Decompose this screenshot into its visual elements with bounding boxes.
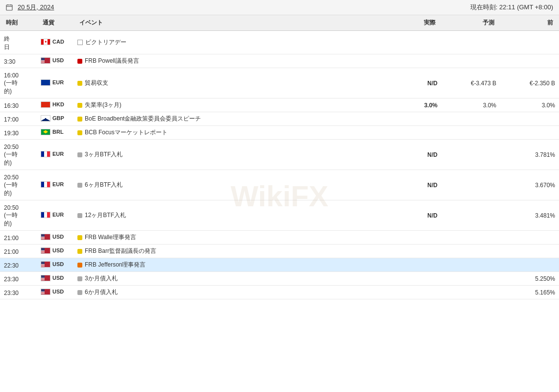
cell-time: 22:30	[0, 258, 37, 272]
flag-fr	[41, 212, 50, 218]
cell-currency: HKD	[37, 98, 73, 112]
importance-dot	[77, 276, 82, 281]
cell-event: FRB Powell議長発言	[73, 54, 383, 68]
cell-actual: N/D	[383, 140, 441, 170]
table-row: 20:50 (一時 的)EUR3ヶ月BTF入札N/D3.781%	[0, 140, 559, 170]
cell-currency: USD	[37, 272, 73, 286]
cell-actual	[383, 245, 441, 258]
cell-time: 17:00	[0, 112, 37, 126]
cell-actual: N/D	[383, 68, 441, 98]
cell-actual: N/D	[383, 170, 441, 200]
event-name: FRB Barr監督副議長の発言	[85, 247, 156, 254]
cell-prev	[500, 245, 559, 258]
currency-text: EUR	[52, 151, 64, 157]
table-row: 21:00USDFRB Barr監督副議長の発言	[0, 245, 559, 258]
importance-dot	[77, 81, 82, 86]
importance-dot	[77, 183, 82, 188]
svg-rect-0	[6, 5, 12, 10]
table-row: 19:30BRLBCB Focusマーケットレポート	[0, 126, 559, 140]
currency-text: HKD	[52, 101, 64, 107]
cell-prev: 3.781%	[500, 140, 559, 170]
cell-forecast	[441, 31, 500, 54]
cell-event: 貿易収支	[73, 68, 383, 98]
event-name: 6ヶ月BTF入札	[85, 181, 122, 188]
flag-us	[41, 261, 50, 268]
currency-text: USD	[52, 289, 64, 294]
cell-actual	[383, 126, 441, 140]
table-row: 16:30HKD失業率(3ヶ月)3.0%3.0%3.0%	[0, 98, 559, 112]
event-name: 貿易収支	[85, 79, 108, 86]
cell-event: BoE Broadbent金融政策委員会委員スピーチ	[73, 112, 383, 126]
cell-prev	[500, 258, 559, 272]
flag-us	[41, 275, 50, 281]
importance-checkbox[interactable]	[77, 40, 83, 45]
importance-dot	[77, 152, 82, 157]
cell-forecast	[441, 170, 500, 200]
cell-time: 23:30	[0, 272, 37, 286]
cell-currency: BRL	[37, 126, 73, 140]
flag-us	[41, 234, 50, 240]
flag-fr	[41, 181, 50, 188]
importance-dot	[77, 59, 82, 64]
event-name: 6か月債入札	[85, 289, 118, 295]
cell-forecast	[441, 231, 500, 245]
cell-prev: 5.250%	[500, 272, 559, 286]
flag-ca: ✦	[41, 39, 50, 45]
cell-event: BCB Focusマーケットレポート	[73, 126, 383, 140]
cell-prev	[500, 231, 559, 245]
importance-dot	[77, 235, 82, 240]
currency-text: GBP	[52, 115, 64, 121]
cell-forecast	[441, 200, 500, 231]
cell-actual	[383, 286, 441, 299]
cell-currency: USD	[37, 258, 73, 272]
cell-event: 3ヶ月BTF入札	[73, 140, 383, 170]
cell-time: 3:30	[0, 54, 37, 68]
table-row: 22:30USDFRB Jefferson理事発言	[0, 258, 559, 272]
table-row: 23:30USD6か月債入札5.165%	[0, 286, 559, 299]
importance-dot	[77, 117, 82, 122]
header-bar: 20 5月, 2024 現在時刻: 22:11 (GMT +8:00)	[0, 0, 559, 15]
currency-text: EUR	[52, 212, 64, 218]
cell-forecast	[441, 272, 500, 286]
cell-time: 20:50 (一時 的)	[0, 200, 37, 231]
cell-event: ビクトリアデー	[73, 31, 383, 54]
flag-us	[41, 57, 50, 64]
cell-time: 16:30	[0, 98, 37, 112]
importance-dot	[77, 263, 82, 268]
flag-hk	[41, 101, 50, 108]
cell-currency: GBP	[37, 112, 73, 126]
currency-text: BRL	[52, 129, 64, 135]
table-row: 20:50 (一時 的)EUR6ヶ月BTF入札N/D3.670%	[0, 170, 559, 200]
cell-actual: N/D	[383, 200, 441, 231]
cell-currency: USD	[37, 245, 73, 258]
cell-time: 21:00	[0, 231, 37, 245]
flag-fr	[41, 151, 50, 157]
cell-event: FRB Walle理事発言	[73, 231, 383, 245]
importance-dot	[77, 249, 82, 254]
event-name: 3か月債入札	[85, 275, 118, 282]
col-event: イベント	[77, 18, 379, 28]
cell-actual	[383, 258, 441, 272]
cell-actual	[383, 231, 441, 245]
flag-us	[41, 247, 50, 254]
importance-dot	[77, 290, 82, 295]
event-name: FRB Walle理事発言	[85, 234, 136, 241]
cell-prev: 3.0%	[500, 98, 559, 112]
cell-prev	[500, 54, 559, 68]
cell-prev: €-2.350 B	[500, 68, 559, 98]
table-row: 21:00USDFRB Walle理事発言	[0, 231, 559, 245]
cell-forecast	[441, 112, 500, 126]
cell-event: FRB Jefferson理事発言	[73, 258, 383, 272]
cell-prev: 3.670%	[500, 170, 559, 200]
cell-currency: ✦CAD	[37, 31, 73, 54]
cell-time: 19:30	[0, 126, 37, 140]
col-time: 時刻	[4, 18, 41, 28]
currency-text: USD	[52, 261, 64, 267]
cell-currency: EUR	[37, 140, 73, 170]
cell-actual	[383, 272, 441, 286]
cell-event: 12ヶ月BTF入札	[73, 200, 383, 231]
event-name: BCB Focusマーケットレポート	[85, 129, 168, 136]
cell-actual	[383, 54, 441, 68]
cell-actual: 3.0%	[383, 98, 441, 112]
header-date[interactable]: 20 5月, 2024	[18, 3, 54, 12]
